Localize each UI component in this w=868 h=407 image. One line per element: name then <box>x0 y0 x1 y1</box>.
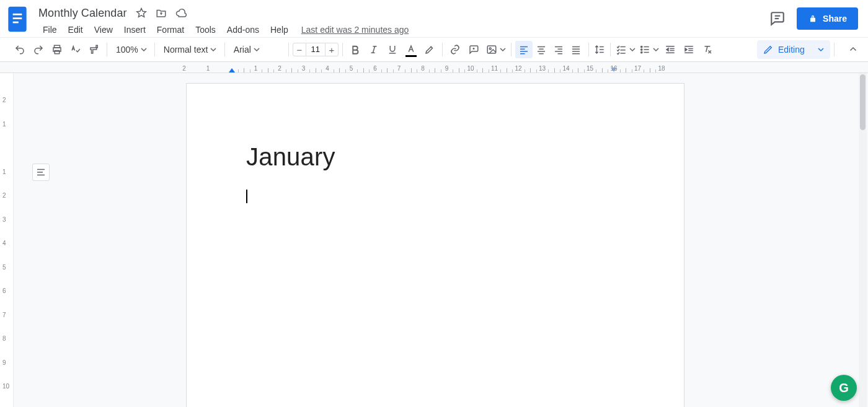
vertical-ruler[interactable]: 2112345678910 <box>0 73 14 407</box>
insert-link-button[interactable] <box>446 41 464 58</box>
menu-format[interactable]: Format <box>151 22 190 37</box>
highlight-color-button[interactable] <box>421 41 438 58</box>
vertical-scrollbar[interactable] <box>859 73 867 407</box>
font-family-value: Arial <box>234 45 251 55</box>
text-color-button[interactable] <box>402 41 420 58</box>
menu-tools[interactable]: Tools <box>190 22 221 37</box>
text-cursor <box>246 190 247 203</box>
editor-workspace: 2112345678910 January <box>0 73 868 407</box>
editing-mode-label: Editing <box>778 45 805 55</box>
bulleted-list-button[interactable] <box>638 41 660 58</box>
scrollbar-thumb[interactable] <box>860 74 866 130</box>
menu-view[interactable]: View <box>89 22 118 37</box>
menu-help[interactable]: Help <box>265 22 294 37</box>
undo-button[interactable] <box>11 41 29 58</box>
chevron-down-icon <box>254 45 260 55</box>
show-outline-button[interactable] <box>32 164 50 181</box>
grammarly-fab-icon[interactable]: G <box>831 375 857 401</box>
svg-rect-3 <box>13 22 19 24</box>
underline-button[interactable] <box>384 41 401 58</box>
chevron-down-icon <box>818 45 824 55</box>
increase-font-size-button[interactable]: + <box>325 43 339 56</box>
svg-point-16 <box>489 48 491 50</box>
chevron-down-icon <box>210 45 216 55</box>
header-right: Share <box>767 4 858 30</box>
document-title[interactable]: Monthly Calendar <box>37 7 128 20</box>
font-family-select[interactable]: Arial <box>229 41 285 58</box>
document-canvas[interactable]: January <box>14 73 868 407</box>
svg-point-40 <box>640 49 642 50</box>
decrease-font-size-button[interactable]: − <box>293 43 306 56</box>
title-area: Monthly Calendar File Edit View Insert F… <box>37 4 767 37</box>
hide-menus-button[interactable] <box>844 41 862 58</box>
redo-button[interactable] <box>30 41 47 58</box>
menu-addons[interactable]: Add-ons <box>221 22 265 37</box>
align-left-button[interactable] <box>515 41 533 58</box>
italic-button[interactable] <box>365 41 383 58</box>
print-button[interactable] <box>48 41 66 58</box>
page-heading[interactable]: January <box>246 143 624 171</box>
paragraph-style-value: Normal text <box>164 45 208 55</box>
checklist-button[interactable] <box>614 41 637 58</box>
increase-indent-button[interactable] <box>680 41 698 58</box>
menu-file[interactable]: File <box>37 22 63 37</box>
share-button-label: Share <box>823 14 847 24</box>
svg-point-39 <box>640 46 642 47</box>
chevron-down-icon <box>500 45 506 55</box>
chevron-down-icon <box>141 45 147 55</box>
open-comments-button[interactable] <box>767 8 788 29</box>
document-page[interactable]: January <box>186 83 684 407</box>
insert-image-button[interactable] <box>484 41 507 58</box>
svg-line-11 <box>373 46 374 53</box>
header-bar: Monthly Calendar File Edit View Insert F… <box>0 0 868 37</box>
zoom-select[interactable]: 100% <box>111 41 151 58</box>
add-comment-button[interactable] <box>465 41 482 58</box>
cloud-saved-icon[interactable] <box>174 6 188 20</box>
editing-mode-select[interactable]: Editing <box>757 40 830 59</box>
horizontal-ruler[interactable]: 21123456789101112131415161718 <box>0 62 868 73</box>
menu-insert[interactable]: Insert <box>118 22 151 37</box>
svg-rect-2 <box>13 17 22 19</box>
move-icon[interactable] <box>154 6 168 20</box>
share-button[interactable]: Share <box>797 7 858 30</box>
svg-point-41 <box>640 51 642 53</box>
zoom-value: 100% <box>116 45 138 55</box>
svg-rect-1 <box>13 14 22 15</box>
line-spacing-button[interactable] <box>593 41 606 58</box>
font-size-control: − 11 + <box>293 43 339 56</box>
font-size-input[interactable]: 11 <box>306 43 325 56</box>
align-justify-button[interactable] <box>567 41 585 58</box>
clear-formatting-button[interactable] <box>699 41 716 58</box>
menu-bar: File Edit View Insert Format Tools Add-o… <box>37 22 767 37</box>
chevron-down-icon <box>653 45 659 55</box>
align-right-button[interactable] <box>550 41 567 58</box>
bold-button[interactable] <box>347 41 364 58</box>
align-center-button[interactable] <box>533 41 550 58</box>
star-icon[interactable] <box>135 6 148 20</box>
spellcheck-button[interactable] <box>67 41 84 58</box>
docs-logo[interactable] <box>5 4 30 35</box>
toolbar: 100% Normal text Arial − 11 + <box>0 37 868 62</box>
last-edit-link[interactable]: Last edit was 2 minutes ago <box>301 25 409 35</box>
menu-edit[interactable]: Edit <box>63 22 89 37</box>
svg-rect-15 <box>487 46 496 53</box>
paint-format-button[interactable] <box>86 41 103 58</box>
chevron-down-icon <box>629 45 636 55</box>
paragraph-style-select[interactable]: Normal text <box>159 41 221 58</box>
decrease-indent-button[interactable] <box>662 41 679 58</box>
